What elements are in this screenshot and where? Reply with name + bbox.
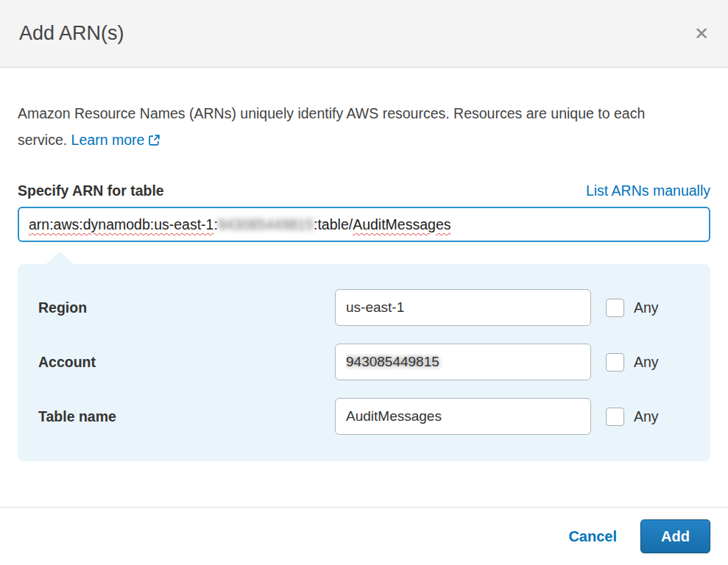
table-name-any-group: Any: [606, 408, 659, 426]
table-name-row: Table name Any: [38, 398, 690, 435]
account-any-checkbox[interactable]: [606, 353, 624, 372]
region-input[interactable]: [335, 289, 591, 326]
table-name-input[interactable]: [335, 398, 591, 435]
learn-more-link[interactable]: Learn more: [71, 132, 161, 148]
panel-pointer: [46, 252, 74, 264]
table-name-any-checkbox[interactable]: [606, 408, 624, 426]
arn-input[interactable]: arn:aws:dynamodb:us-east-1:943085449815:…: [18, 207, 710, 242]
arn-segment-table-name: AuditMessages: [353, 216, 450, 233]
learn-more-label: Learn more: [71, 132, 145, 148]
account-input[interactable]: [335, 344, 591, 380]
region-any-label: Any: [634, 299, 659, 316]
add-button[interactable]: Add: [640, 519, 710, 553]
account-any-label: Any: [634, 354, 659, 371]
modal-title: Add ARN(s): [19, 22, 124, 45]
arn-segment-account-blurred: 943085449815: [218, 216, 314, 233]
table-name-label: Table name: [38, 408, 335, 425]
region-row: Region Any: [38, 289, 690, 326]
description-text: Amazon Resource Names (ARNs) uniquely id…: [18, 100, 688, 154]
table-name-any-label: Any: [634, 408, 659, 425]
modal-footer: Cancel Add: [0, 507, 728, 565]
close-icon[interactable]: ✕: [694, 25, 709, 43]
arn-details-panel: Region Any Account Any Table name Any: [18, 264, 710, 461]
arn-segment-table-prefix: :table/: [314, 216, 353, 233]
account-label: Account: [38, 354, 335, 371]
account-row: Account Any: [38, 344, 690, 380]
external-link-icon: [148, 128, 160, 154]
region-any-group: Any: [606, 299, 659, 317]
region-label: Region: [38, 299, 335, 316]
modal-body: Amazon Resource Names (ARNs) uniquely id…: [0, 68, 728, 507]
cancel-button[interactable]: Cancel: [568, 528, 617, 545]
modal-header: Add ARN(s) ✕: [0, 0, 728, 68]
list-arns-manually-link[interactable]: List ARNs manually: [586, 182, 710, 199]
specify-arn-row: Specify ARN for table List ARNs manually: [18, 182, 710, 199]
account-any-group: Any: [606, 353, 659, 372]
region-any-checkbox[interactable]: [606, 299, 624, 317]
specify-arn-label: Specify ARN for table: [18, 182, 164, 199]
arn-segment-service: arn:aws:dynamodb:us-east-1: [29, 216, 213, 233]
